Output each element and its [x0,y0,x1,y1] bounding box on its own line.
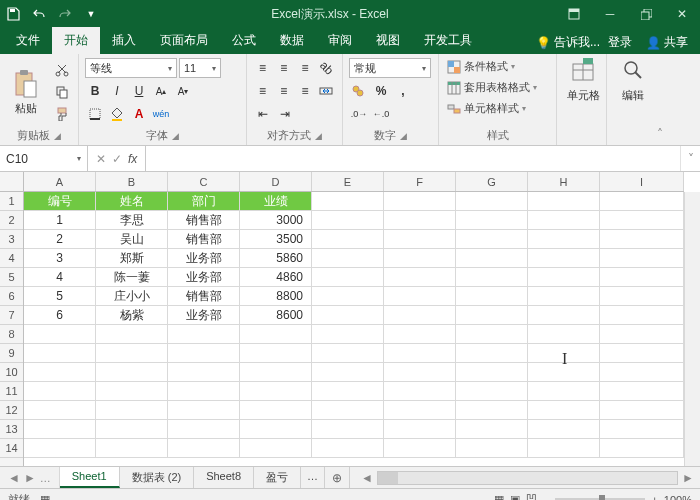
name-box[interactable]: C10▾ [0,146,88,171]
row-8[interactable]: 8 [0,325,23,344]
orientation-button[interactable]: ab [317,58,336,78]
align-top-button[interactable]: ≡ [253,58,272,78]
sheet-next-button[interactable]: ► [24,471,36,485]
cells[interactable]: 编号 姓名 部门 业绩 1李思销售部3000 2吴山销售部3500 3郑斯业务部… [24,192,684,466]
edit-button[interactable]: 编辑 [613,58,653,103]
col-H[interactable]: H [528,172,600,191]
align-middle-button[interactable]: ≡ [274,58,293,78]
phonetic-button[interactable]: wén [151,104,171,124]
font-color-button[interactable]: A [129,104,149,124]
sheet-tab-3[interactable]: Sheet8 [194,467,254,488]
bold-button[interactable]: B [85,81,105,101]
format-painter-icon[interactable] [52,104,72,124]
accept-formula-icon[interactable]: ✓ [112,152,122,166]
tab-insert[interactable]: 插入 [100,27,148,54]
currency-button[interactable] [349,81,369,101]
indent-decrease-button[interactable]: ⇤ [253,104,273,124]
conditional-format-button[interactable]: 条件格式▾ [445,58,550,75]
sheet-tab-4[interactable]: 盈亏 [254,467,301,488]
sheet-tab-more[interactable]: … [301,467,325,488]
merge-button[interactable] [317,81,336,101]
tab-data[interactable]: 数据 [268,27,316,54]
increase-decimal-button[interactable]: .0→ [349,104,369,124]
close-button[interactable]: ✕ [664,0,700,28]
row-9[interactable]: 9 [0,344,23,363]
underline-button[interactable]: U [129,81,149,101]
font-launcher[interactable]: ◢ [172,131,179,141]
zoom-level[interactable]: 100% [664,494,692,501]
tab-dev[interactable]: 开发工具 [412,27,484,54]
comma-button[interactable]: , [393,81,413,101]
view-break-icon[interactable]: 凹 [526,492,537,500]
cell-D1[interactable]: 业绩 [240,192,312,211]
table-format-button[interactable]: 套用表格格式▾ [445,79,550,96]
percent-button[interactable]: % [371,81,391,101]
cut-icon[interactable] [52,60,72,80]
paste-button[interactable]: 粘贴 [6,58,46,126]
cancel-formula-icon[interactable]: ✕ [96,152,106,166]
cell-C1[interactable]: 部门 [168,192,240,211]
sheet-list-button[interactable]: … [40,472,51,484]
number-format-combo[interactable]: 常规▾ [349,58,431,78]
align-launcher[interactable]: ◢ [315,131,322,141]
qa-redo-icon[interactable] [52,3,78,25]
tell-me[interactable]: 💡告诉我... [536,34,600,51]
cells-button[interactable]: 单元格 [563,58,603,103]
col-E[interactable]: E [312,172,384,191]
col-F[interactable]: F [384,172,456,191]
tab-layout[interactable]: 页面布局 [148,27,220,54]
font-name-combo[interactable]: 等线▾ [85,58,177,78]
row-1[interactable]: 1 [0,192,23,211]
cell-style-button[interactable]: 单元格样式▾ [445,100,550,117]
row-4[interactable]: 4 [0,249,23,268]
row-2[interactable]: 2 [0,211,23,230]
indent-increase-button[interactable]: ⇥ [275,104,295,124]
ribbon-options-icon[interactable] [556,0,592,28]
col-C[interactable]: C [168,172,240,191]
border-button[interactable] [85,104,105,124]
row-13[interactable]: 13 [0,420,23,439]
decrease-decimal-button[interactable]: ←.0 [371,104,391,124]
fx-icon[interactable]: fx [128,152,137,166]
row-6[interactable]: 6 [0,287,23,306]
zoom-in-button[interactable]: + [651,494,657,501]
col-G[interactable]: G [456,172,528,191]
view-page-icon[interactable]: ▣ [510,493,520,500]
row-11[interactable]: 11 [0,382,23,401]
sheet-tab-2[interactable]: 数据表 (2) [120,467,195,488]
tab-file[interactable]: 文件 [4,27,52,54]
share-button[interactable]: 👤共享 [640,31,694,54]
row-5[interactable]: 5 [0,268,23,287]
italic-button[interactable]: I [107,81,127,101]
number-launcher[interactable]: ◢ [400,131,407,141]
col-D[interactable]: D [240,172,312,191]
qa-undo-icon[interactable] [26,3,52,25]
select-all-corner[interactable] [0,172,24,192]
row-10[interactable]: 10 [0,363,23,382]
clipboard-launcher[interactable]: ◢ [54,131,61,141]
horizontal-scrollbar[interactable]: ◄ ► [355,467,700,488]
fill-color-button[interactable] [107,104,127,124]
row-14[interactable]: 14 [0,439,23,458]
align-bottom-button[interactable]: ≡ [296,58,315,78]
qa-save-icon[interactable] [0,3,26,25]
sheet-prev-button[interactable]: ◄ [8,471,20,485]
shrink-font-button[interactable]: A▾ [173,81,193,101]
add-sheet-button[interactable]: ⊕ [325,467,349,488]
font-size-combo[interactable]: 11▾ [179,58,221,78]
collapse-ribbon-button[interactable]: ˄ [653,54,667,145]
tab-review[interactable]: 审阅 [316,27,364,54]
tab-formula[interactable]: 公式 [220,27,268,54]
expand-formula-bar[interactable]: ˅ [680,146,700,171]
col-I[interactable]: I [600,172,684,191]
sheet-tab-1[interactable]: Sheet1 [60,467,120,488]
grow-font-button[interactable]: A▴ [151,81,171,101]
cell-A1[interactable]: 编号 [24,192,96,211]
tab-home[interactable]: 开始 [52,27,100,54]
view-normal-icon[interactable]: ▦ [494,493,504,500]
align-center-button[interactable]: ≡ [274,81,293,101]
tab-view[interactable]: 视图 [364,27,412,54]
cell-B1[interactable]: 姓名 [96,192,168,211]
signin-link[interactable]: 登录 [608,34,632,51]
macro-record-icon[interactable]: ▦ [40,493,50,500]
